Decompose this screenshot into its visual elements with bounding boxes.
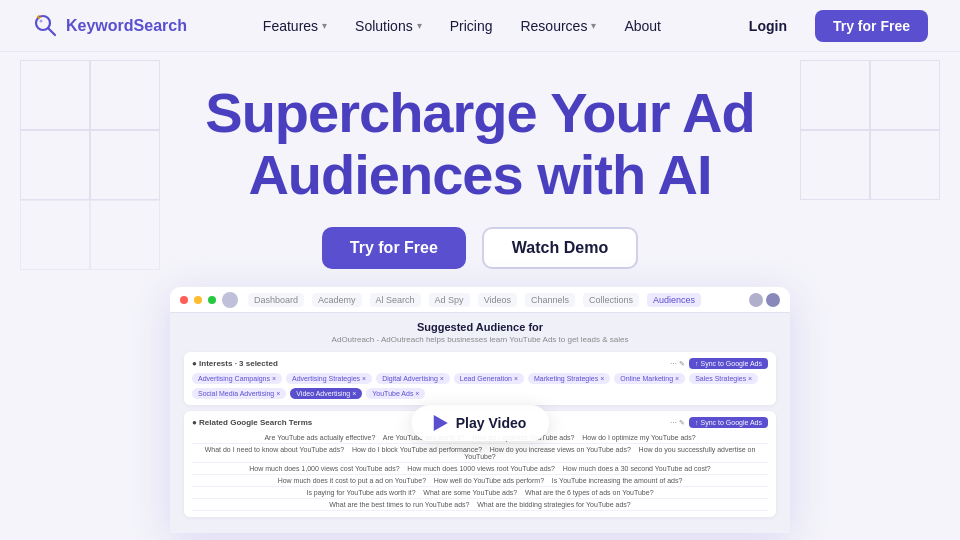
mockup-tabs: Dashboard Academy Al Search Ad Spy Video…	[248, 293, 743, 307]
traffic-light-red	[180, 296, 188, 304]
play-icon	[434, 415, 448, 431]
nav-link-features[interactable]: Features ▾	[263, 18, 327, 34]
navbar: KeywordSearch Features ▾ Solutions ▾ Pri…	[0, 0, 960, 52]
mockup-interests-section: ● Interests · 3 selected ⋯ ✎ ↑ Sync to G…	[184, 352, 776, 405]
nav-link-resources[interactable]: Resources ▾	[520, 18, 596, 34]
mockup-tab-videos: Videos	[478, 293, 517, 307]
mockup-interest-tags: Advertising Campaigns × Advertising Stra…	[192, 373, 768, 399]
nav-item-about[interactable]: About	[624, 18, 661, 34]
svg-point-2	[40, 19, 43, 22]
mockup-search-terms-title: ● Related Google Search Terms	[192, 418, 312, 427]
mockup-tab-collections: Collections	[583, 293, 639, 307]
nav-item-solutions[interactable]: Solutions ▾	[355, 18, 422, 34]
nav-link-about[interactable]: About	[624, 18, 661, 34]
logo-text: KeywordSearch	[66, 17, 187, 35]
play-video-label: Play Video	[456, 415, 527, 431]
search-term-row: What are the best times to run YouTube a…	[192, 499, 768, 511]
sync-to-google-ads-button-1[interactable]: ↑ Sync to Google Ads	[689, 358, 768, 369]
nav-item-features[interactable]: Features ▾	[263, 18, 327, 34]
hero-cta-group: Try for Free Watch Demo	[322, 227, 638, 269]
mockup-search-terms-actions: ⋯ ✎ ↑ Sync to Google Ads	[670, 417, 768, 428]
avatar	[749, 293, 763, 307]
tag-online-marketing: Online Marketing ×	[614, 373, 685, 384]
watch-demo-button[interactable]: Watch Demo	[482, 227, 638, 269]
nav-links: Features ▾ Solutions ▾ Pricing Resources…	[263, 18, 661, 34]
mockup-tab-dashboard: Dashboard	[248, 293, 304, 307]
nav-link-solutions[interactable]: Solutions ▾	[355, 18, 422, 34]
mockup-tab-audiences: Audiences	[647, 293, 701, 307]
mockup-search-term-rows: Are YouTube ads actually effective? Are …	[192, 432, 768, 511]
traffic-light-yellow	[194, 296, 202, 304]
mockup-interests-title: ● Interests · 3 selected	[192, 359, 278, 368]
svg-line-1	[49, 28, 56, 35]
logo-icon	[32, 12, 60, 40]
nav-item-resources[interactable]: Resources ▾	[520, 18, 596, 34]
try-free-nav-button[interactable]: Try for Free	[815, 10, 928, 42]
tag-youtube-ads: YouTube Ads ×	[366, 388, 425, 399]
mockup-tab-adspy: Ad Spy	[429, 293, 470, 307]
mockup-interest-icons: ⋯ ✎	[670, 360, 685, 368]
mockup-top-bar: Dashboard Academy Al Search Ad Spy Video…	[170, 287, 790, 313]
nav-item-pricing[interactable]: Pricing	[450, 18, 493, 34]
play-video-overlay[interactable]: Play Video	[412, 405, 549, 441]
mockup-avatar-group	[749, 293, 780, 307]
mockup-search-term-icons: ⋯ ✎	[670, 419, 685, 427]
tag-lead-generation: Lead Generation ×	[454, 373, 524, 384]
search-term-row: How much does 1,000 views cost YouTube a…	[192, 463, 768, 475]
product-mockup: Dashboard Academy Al Search Ad Spy Video…	[170, 287, 790, 533]
logo-link[interactable]: KeywordSearch	[32, 12, 187, 40]
mockup-interests-actions: ⋯ ✎ ↑ Sync to Google Ads	[670, 358, 768, 369]
tag-social-media-advertising: Social Media Advertising ×	[192, 388, 286, 399]
hero-title: Supercharge Your Ad Audiences with AI	[205, 82, 754, 205]
tag-advertising-strategies: Advertising Strategies ×	[286, 373, 372, 384]
mockup-tab-alsearch: Al Search	[370, 293, 421, 307]
mockup-tab-channels: Channels	[525, 293, 575, 307]
search-term-row: Is paying for YouTube ads worth it? What…	[192, 487, 768, 499]
mockup-tab-academy: Academy	[312, 293, 362, 307]
chevron-down-icon: ▾	[322, 20, 327, 31]
sync-to-google-ads-button-2[interactable]: ↑ Sync to Google Ads	[689, 417, 768, 428]
login-button[interactable]: Login	[737, 12, 799, 40]
chevron-down-icon: ▾	[417, 20, 422, 31]
tag-sales-strategies: Sales Strategies ×	[689, 373, 758, 384]
nav-link-pricing[interactable]: Pricing	[450, 18, 493, 34]
mockup-interests-header: ● Interests · 3 selected ⋯ ✎ ↑ Sync to G…	[192, 358, 768, 369]
tag-video-advertising: Video Advertising ×	[290, 388, 362, 399]
tag-digital-advertising: Digital Advertising ×	[376, 373, 450, 384]
tag-advertising-campaigns: Advertising Campaigns ×	[192, 373, 282, 384]
tag-marketing-strategies: Marketing Strategies ×	[528, 373, 610, 384]
search-term-row: What do I need to know about YouTube ads…	[192, 444, 768, 463]
try-free-hero-button[interactable]: Try for Free	[322, 227, 466, 269]
chevron-down-icon: ▾	[591, 20, 596, 31]
hero-section: Supercharge Your Ad Audiences with AI Tr…	[0, 52, 960, 533]
mockup-search-icon	[222, 292, 238, 308]
avatar	[766, 293, 780, 307]
nav-right: Login Try for Free	[737, 10, 928, 42]
mockup-main-subheading: AdOutreach - AdOutreach helps businesses…	[184, 335, 776, 344]
mockup-inner-content: Suggested Audience for AdOutreach - AdOu…	[170, 313, 790, 533]
search-term-row: How much does it cost to put a ad on You…	[192, 475, 768, 487]
mockup-main-heading: Suggested Audience for	[184, 321, 776, 333]
traffic-light-green	[208, 296, 216, 304]
